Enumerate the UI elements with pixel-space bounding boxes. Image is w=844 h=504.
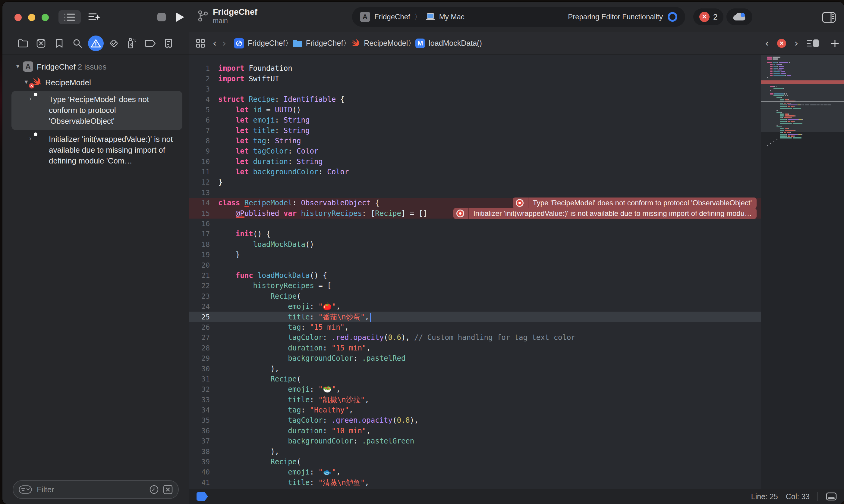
editor-grid-button[interactable] xyxy=(196,39,205,48)
line-number[interactable]: 27 xyxy=(189,334,210,341)
tab-source-control-navigator[interactable] xyxy=(33,36,49,51)
line-number[interactable]: 6 xyxy=(189,116,210,124)
line-number[interactable]: 37 xyxy=(189,437,210,445)
line-number[interactable]: 39 xyxy=(189,458,210,466)
code-line[interactable]: 2import SwiftUI xyxy=(189,73,761,84)
breadcrumb-file[interactable]: RecipeModel xyxy=(350,39,408,48)
tab-debug-navigator[interactable] xyxy=(124,36,140,51)
disclosure-open-icon[interactable]: ▾ xyxy=(13,62,22,70)
back-button[interactable]: ‹ xyxy=(210,38,220,49)
code-line[interactable]: 21 func loadMockData() { xyxy=(189,270,761,281)
issue-row-selected[interactable]: › Type 'RecipeModel' does not conform to… xyxy=(12,91,183,130)
line-number[interactable]: 7 xyxy=(189,127,210,134)
line-number[interactable]: 38 xyxy=(189,448,210,455)
line-number[interactable]: 2 xyxy=(189,75,210,83)
disclosure-closed-icon[interactable]: › xyxy=(26,95,35,102)
line-number[interactable]: 32 xyxy=(189,385,210,393)
code-line[interactable]: 28 duration: "15 min", xyxy=(189,343,761,353)
code-line[interactable]: 4struct Recipe: Identifiable { xyxy=(189,94,761,105)
breadcrumb-label[interactable]: FridgeChef xyxy=(248,39,285,48)
code-line[interactable]: 1import Foundation xyxy=(189,63,761,73)
code-line[interactable]: 22 historyRecipes = [ xyxy=(189,281,761,291)
code-line[interactable]: 7 let title: String xyxy=(189,125,761,136)
code-line[interactable]: 32 emoji: "🥗", xyxy=(189,384,761,394)
tab-issue-navigator[interactable] xyxy=(88,36,104,51)
code-line[interactable]: 19 } xyxy=(189,250,761,260)
tab-project-navigator[interactable] xyxy=(15,36,31,51)
code-line[interactable]: 13 xyxy=(189,187,761,198)
line-number[interactable]: 28 xyxy=(189,344,210,352)
code-line[interactable]: 14class RecipeModel: ObservableObject {T… xyxy=(189,198,761,208)
code-line[interactable]: 23 Recipe( xyxy=(189,291,761,301)
line-number[interactable]: 23 xyxy=(189,292,210,300)
breadcrumb-label[interactable]: RecipeModel xyxy=(364,39,408,48)
tab-find-navigator[interactable] xyxy=(70,36,85,51)
tree-row-file[interactable]: ▾ ✕ RecipeModel xyxy=(2,75,189,90)
add-editor-icon[interactable] xyxy=(831,39,839,48)
line-number[interactable]: 29 xyxy=(189,354,210,362)
code-line[interactable]: 40 emoji: "🐟", xyxy=(189,467,761,477)
code-line[interactable]: 36 duration: "10 min", xyxy=(189,426,761,436)
breadcrumb-project[interactable]: FridgeChef xyxy=(234,38,285,49)
file-error-badge[interactable]: ✕ xyxy=(777,39,786,48)
code-line[interactable]: 10 let duration: String xyxy=(189,157,761,167)
line-number[interactable]: 31 xyxy=(189,375,210,383)
code-line[interactable]: 15 @Published var historyRecipes: [Recip… xyxy=(189,208,761,218)
code-line[interactable]: 9 let tagColor: Color xyxy=(189,146,761,156)
line-number[interactable]: 12 xyxy=(189,178,210,186)
minimize-window-button[interactable] xyxy=(28,14,35,21)
line-number[interactable]: 4 xyxy=(189,95,210,103)
line-number[interactable]: 33 xyxy=(189,396,210,404)
line-number[interactable]: 3 xyxy=(189,85,210,93)
code-line[interactable]: 20 xyxy=(189,260,761,270)
breadcrumb-symbol[interactable]: M loadMockData() xyxy=(415,38,482,48)
activity-status-bar[interactable]: A FridgeChef 〉 My Mac Preparing Editor F… xyxy=(352,7,685,27)
line-number[interactable]: 10 xyxy=(189,158,210,166)
line-number[interactable]: 34 xyxy=(189,406,210,414)
inline-error-annotation[interactable]: Initializer 'init(wrappedValue:)' is not… xyxy=(453,208,757,219)
line-number[interactable]: 40 xyxy=(189,468,210,476)
code-line[interactable]: 24 emoji: "🍅", xyxy=(189,301,761,312)
clear-filter-icon[interactable] xyxy=(163,485,173,494)
code-line[interactable]: 18 loadMockData() xyxy=(189,239,761,250)
code-line[interactable]: 27 tagColor: .red.opacity(0.6), // Custo… xyxy=(189,332,761,343)
line-number[interactable]: 13 xyxy=(189,189,210,197)
line-number[interactable]: 22 xyxy=(189,282,210,290)
line-number[interactable]: 18 xyxy=(189,240,210,248)
code-line[interactable]: 6 let emoji: String xyxy=(189,115,761,125)
breadcrumb-label[interactable]: loadMockData() xyxy=(429,39,482,48)
code-line[interactable]: 29 backgroundColor: .pastelRed xyxy=(189,353,761,363)
line-number[interactable]: 14 xyxy=(189,199,210,207)
code-line[interactable]: 11 let backgroundColor: Color xyxy=(189,167,761,177)
code-line[interactable]: 5 let id = UUID() xyxy=(189,105,761,115)
tab-breakpoint-navigator[interactable] xyxy=(142,36,158,51)
run-button[interactable] xyxy=(171,10,189,24)
code-line[interactable]: 3 xyxy=(189,84,761,94)
cloud-status-button[interactable] xyxy=(726,8,752,25)
tab-test-navigator[interactable] xyxy=(106,36,122,51)
line-number[interactable]: 41 xyxy=(189,479,210,487)
issue-row[interactable]: › Initializer 'init(wrappedValue:)' is n… xyxy=(12,131,183,170)
line-number[interactable]: 24 xyxy=(189,303,210,310)
code-line[interactable]: 33 title: "凯撒\n沙拉", xyxy=(189,395,761,405)
line-number[interactable]: 36 xyxy=(189,427,210,435)
line-number[interactable]: 16 xyxy=(189,220,210,228)
line-number[interactable]: 9 xyxy=(189,147,210,155)
breadcrumb-group[interactable]: FridgeChef xyxy=(293,39,343,48)
related-back-button[interactable]: ‹ xyxy=(762,38,772,49)
line-number[interactable]: 30 xyxy=(189,365,210,373)
line-number[interactable]: 25 xyxy=(189,313,210,321)
scheme-name[interactable]: FridgeChef xyxy=(374,13,410,21)
line-number[interactable]: 8 xyxy=(189,137,210,145)
line-number[interactable]: 1 xyxy=(189,65,210,72)
inline-error-annotation[interactable]: Type 'RecipeModel' does not conform to p… xyxy=(513,198,757,208)
code-line[interactable]: 41 title: "清蒸\n鲈鱼", xyxy=(189,478,761,488)
line-number[interactable]: 15 xyxy=(189,210,210,217)
code-line[interactable]: 30 ), xyxy=(189,363,761,374)
line-number[interactable]: 5 xyxy=(189,106,210,114)
code-line[interactable]: 37 backgroundColor: .pastelGreen xyxy=(189,436,761,446)
minimap[interactable] xyxy=(761,55,844,489)
tab-bookmarks-navigator[interactable] xyxy=(52,36,67,51)
navigator-toggle-button[interactable] xyxy=(58,10,81,24)
code-line[interactable]: 25 title: "番茄\n炒蛋", xyxy=(189,312,761,322)
